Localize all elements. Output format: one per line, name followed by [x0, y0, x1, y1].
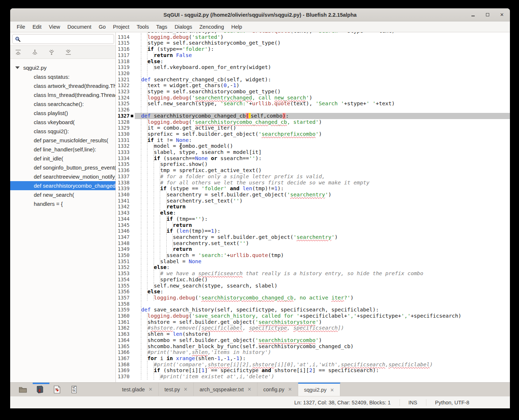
line-number[interactable]: 1317: [116, 52, 130, 58]
code-line[interactable]: 1338# for all others we let the users fi…: [116, 180, 510, 186]
code-line[interactable]: 1360logging.debug('save_search_history, …: [116, 313, 510, 319]
menu-go[interactable]: Go: [95, 23, 109, 31]
tree-item[interactable]: class sqstatus:: [10, 72, 115, 81]
line-number[interactable]: 1364: [116, 337, 130, 343]
code-line[interactable]: 1315stype = self.searchhistorycombo_get_…: [116, 40, 510, 46]
code-line[interactable]: 1362#shstore.remove([specificlabel, spec…: [116, 325, 510, 331]
line-number[interactable]: 1345: [116, 222, 130, 228]
code-line[interactable]: 1341searchentry.set_text(''): [116, 198, 510, 204]
line-number[interactable]: 1322: [116, 82, 130, 89]
tab-arch_sqspeaker.txt[interactable]: arch_sqspeaker.txt✕: [194, 383, 258, 396]
code-line[interactable]: 1351slabel = None: [116, 258, 510, 265]
tree-item[interactable]: class artwork_thread(threading.Thread: [10, 81, 115, 90]
tree-item[interactable]: def new_search(: [10, 190, 115, 199]
snippets-doc-icon[interactable]: [52, 385, 62, 394]
line-number[interactable]: 1333: [116, 149, 130, 155]
jump-down-icon[interactable]: [47, 48, 56, 57]
line-number[interactable]: 1357: [116, 295, 130, 301]
close-button[interactable]: ✕: [499, 12, 505, 18]
code-line[interactable]: 1336tmp = sprefixc.get_active_text(): [116, 167, 510, 174]
tree-item[interactable]: class searchcache():: [10, 99, 115, 109]
code-line[interactable]: 1340searchentry = self.builder.get_objec…: [116, 192, 510, 198]
tree-item[interactable]: def songinfo_button_press_event(self,w: [10, 163, 115, 172]
code-editor[interactable]: self.new_search(stype, 'search:'+urllib.…: [116, 32, 510, 382]
line-number[interactable]: 1319: [116, 64, 130, 70]
code-line[interactable]: 1316if (stype=='folder'):: [116, 46, 510, 52]
code-line[interactable]: 1323stype = self.searchhistorycombo_get_…: [116, 89, 510, 95]
code-line[interactable]: 1319self.vkeyboard.open_for_entry(widget…: [116, 64, 510, 70]
code-line[interactable]: 1321def searchentry_changed_cb(self, wid…: [116, 77, 510, 83]
menu-help[interactable]: Help: [228, 23, 246, 31]
menu-view[interactable]: View: [45, 23, 64, 31]
symbol-search-box[interactable]: [12, 34, 114, 44]
line-number[interactable]: 1318: [116, 58, 130, 65]
line-number[interactable]: 1358: [116, 301, 130, 307]
tab-close-icon[interactable]: ✕: [184, 387, 188, 392]
code-line[interactable]: 1358: [116, 301, 510, 307]
tree-item[interactable]: def line_handler(self,line):: [10, 145, 115, 154]
line-number[interactable]: 1321: [116, 77, 130, 83]
line-number[interactable]: 1359: [116, 307, 130, 313]
jump-first-icon[interactable]: [14, 48, 23, 57]
menu-project[interactable]: Project: [109, 23, 133, 31]
tree-root-row[interactable]: sqgui2.py: [10, 63, 115, 72]
code-line[interactable]: 1320: [116, 70, 510, 77]
line-number[interactable]: 1365: [116, 343, 130, 350]
line-number[interactable]: 1325: [116, 101, 130, 107]
tree-item[interactable]: handlers = {: [10, 199, 115, 208]
code-line[interactable]: 1345return: [116, 222, 510, 228]
line-number[interactable]: 1323: [116, 89, 130, 95]
line-number[interactable]: 1336: [116, 167, 130, 174]
line-number[interactable]: 1326: [116, 107, 130, 113]
current-code-line[interactable]: 1327def searchhistorycombo_changed_cb(se…: [116, 113, 510, 119]
code-line[interactable]: 1354sprefixc.hide(): [116, 277, 510, 283]
code-line[interactable]: 1328logging.debug('searchhistorycombo_ch…: [116, 119, 510, 125]
line-number[interactable]: 1362: [116, 325, 130, 331]
line-number[interactable]: 1370: [116, 374, 130, 380]
tab-test.py[interactable]: test.py✕: [159, 383, 194, 396]
line-number[interactable]: 1316: [116, 46, 130, 52]
title-bar[interactable]: SqGUI - sqgui2.py (/home2/olivier/sqgui/…: [10, 8, 510, 21]
code-line[interactable]: 1353# we have a specificsearch that real…: [116, 270, 510, 277]
line-number[interactable]: 1341: [116, 198, 130, 204]
line-number[interactable]: 1335: [116, 161, 130, 167]
line-number[interactable]: 1353: [116, 270, 130, 277]
code-line[interactable]: 1333slabel, stype, ssearch = model[it]: [116, 149, 510, 155]
tree-item[interactable]: def init_idle(: [10, 154, 115, 163]
code-line[interactable]: 1347searchentry = self.builder.get_objec…: [116, 234, 510, 240]
line-number[interactable]: 1328: [116, 119, 130, 125]
code-line[interactable]: 1352else:: [116, 264, 510, 270]
code-line[interactable]: 1339if (stype == 'folder' and len(tmp)!=…: [116, 185, 510, 192]
tree-item[interactable]: class playlist(): [10, 109, 115, 118]
menu-tags[interactable]: Tags: [153, 23, 171, 31]
line-number[interactable]: 1343: [116, 210, 130, 216]
line-number[interactable]: 1356: [116, 289, 130, 295]
filebrowser-folder-icon[interactable]: [18, 385, 28, 394]
code-line[interactable]: 1326: [116, 107, 510, 113]
line-number[interactable]: 1314: [116, 34, 130, 40]
code-line[interactable]: 1365shcombo.handler_block_by_func(self.s…: [116, 343, 510, 350]
bookmarks-book-icon[interactable]: [35, 385, 45, 394]
code-line[interactable]: 1334if (ssearch==None or ssearch==''):: [116, 155, 510, 162]
code-line[interactable]: 1366#print('have',shlen,'items in histor…: [116, 349, 510, 355]
menu-edit[interactable]: Edit: [29, 23, 45, 31]
line-number[interactable]: 1337: [116, 174, 130, 180]
code-line[interactable]: 1330sprefixc = self.builder.get_object('…: [116, 131, 510, 137]
tree-item[interactable]: class sqgui2():: [10, 127, 115, 136]
code-line[interactable]: 1317return False: [116, 52, 510, 58]
line-number[interactable]: 1315: [116, 40, 130, 46]
maximize-button[interactable]: [484, 12, 490, 18]
menu-document[interactable]: Document: [64, 23, 95, 31]
line-number[interactable]: 1334: [116, 155, 130, 162]
line-number[interactable]: 1344: [116, 216, 130, 222]
line-number[interactable]: 1339: [116, 185, 130, 192]
code-line[interactable]: 1342return: [116, 204, 510, 210]
line-number[interactable]: 1330: [116, 131, 130, 137]
tree-item[interactable]: def searchhistorycombo_changed_cb(: [10, 181, 115, 190]
line-number[interactable]: 1349: [116, 246, 130, 252]
code-line[interactable]: 1346if (len(tmp)==1):: [116, 228, 510, 234]
line-number[interactable]: 1347: [116, 234, 130, 240]
line-number[interactable]: 1363: [116, 331, 130, 337]
code-line[interactable]: 1361shstore = self.builder.get_object('s…: [116, 319, 510, 325]
line-number[interactable]: 1351: [116, 258, 130, 265]
